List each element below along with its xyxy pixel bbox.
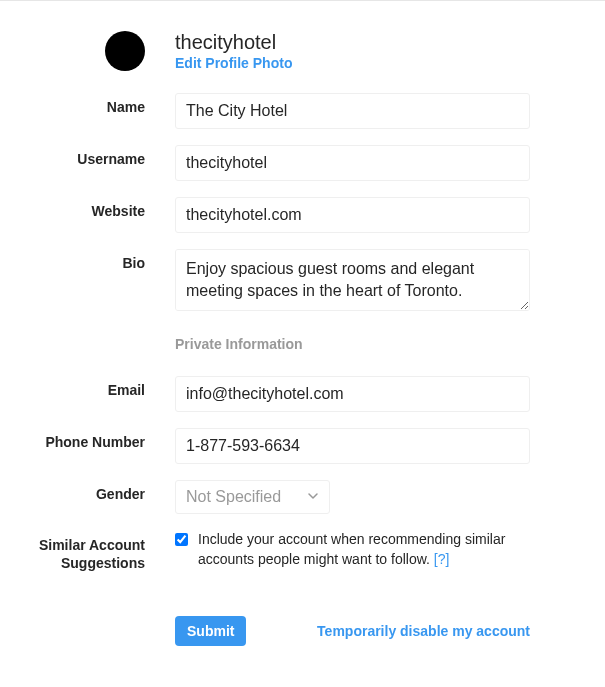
bio-textarea[interactable]: Enjoy spacious guest rooms and elegant m… [175,249,530,311]
help-link[interactable]: [?] [434,551,450,567]
bio-label: Bio [122,255,145,271]
website-input[interactable] [175,197,530,233]
name-input[interactable] [175,93,530,129]
username-label: Username [77,151,145,167]
gender-label: Gender [96,486,145,502]
phone-input[interactable] [175,428,530,464]
email-input[interactable] [175,376,530,412]
profile-username-heading: thecityhotel [175,31,530,53]
private-info-header: Private Information [175,336,530,352]
disable-account-link[interactable]: Temporarily disable my account [317,623,530,639]
edit-profile-photo-link[interactable]: Edit Profile Photo [175,55,292,71]
chevron-down-icon [307,488,319,506]
phone-label: Phone Number [45,434,145,450]
name-label: Name [107,99,145,115]
avatar[interactable] [105,31,145,71]
gender-select[interactable]: Not Specified [175,480,330,514]
username-input[interactable] [175,145,530,181]
gender-value: Not Specified [186,488,281,506]
similar-suggestions-text: Include your account when recommending s… [198,530,530,569]
similar-suggestions-checkbox[interactable] [175,533,188,546]
profile-header: thecityhotel Edit Profile Photo [35,31,570,71]
email-label: Email [108,382,145,398]
submit-button[interactable]: Submit [175,616,246,646]
similar-suggestions-label: Similar Account Suggestions [39,537,145,571]
website-label: Website [92,203,145,219]
